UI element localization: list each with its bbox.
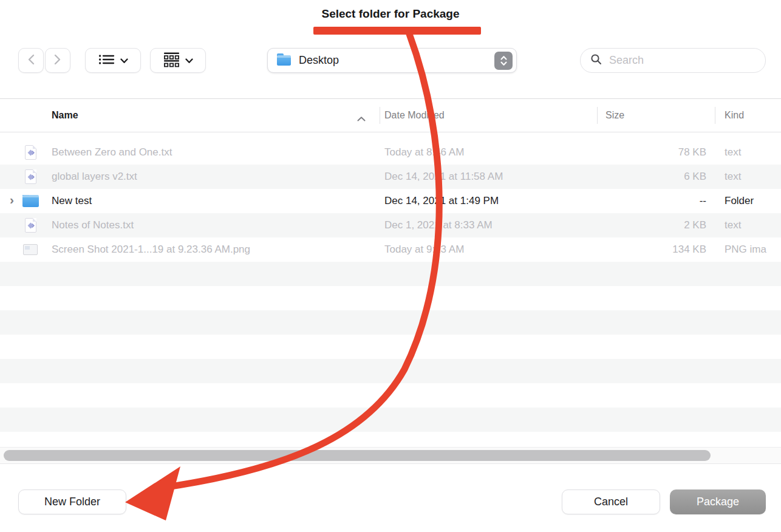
file-size: -- [597, 195, 715, 207]
file-date-modified: Dec 1, 2021 at 8:33 AM [380, 219, 597, 231]
file-size: 134 KB [597, 244, 715, 256]
file-name: Screen Shot 2021-1...19 at 9.23.36 AM.pn… [52, 244, 250, 256]
text-file-icon [19, 218, 41, 233]
file-date-modified: Today at 8:46 AM [380, 146, 597, 159]
file-date-modified: Dec 14, 2021 at 1:49 PM [380, 195, 597, 207]
location-value: Desktop [299, 54, 339, 67]
chevron-right-icon [53, 53, 62, 68]
file-size: 6 KB [597, 171, 715, 183]
column-divider [380, 107, 380, 124]
cancel-label: Cancel [594, 496, 628, 508]
file-list: › Between Zero and One.txt Today at 8:46… [0, 133, 781, 447]
file-kind: text [715, 146, 781, 159]
horizontal-scrollbar-thumb[interactable] [4, 450, 711, 461]
search-icon [590, 53, 602, 68]
empty-row [0, 432, 781, 447]
location-popup[interactable]: Desktop [267, 48, 517, 73]
folder-icon [277, 55, 291, 66]
file-size: 2 KB [597, 219, 715, 231]
chevron-down-icon [185, 55, 193, 66]
new-folder-label: New Folder [44, 496, 100, 508]
empty-row [0, 262, 781, 286]
search-input[interactable] [608, 53, 750, 67]
group-view-icon [163, 52, 180, 70]
file-kind: Folder [715, 195, 781, 207]
file-date-modified: Dec 14, 2021 at 11:58 AM [380, 171, 597, 183]
chevron-left-icon [27, 53, 35, 68]
column-divider [597, 107, 598, 124]
table-row: › global layers v2.txt Dec 14, 2021 at 1… [0, 165, 781, 189]
file-kind: PNG ima [715, 244, 781, 256]
cancel-button[interactable]: Cancel [562, 489, 660, 514]
file-kind: text [715, 219, 781, 231]
chevron-down-icon [120, 55, 128, 66]
sort-ascending-icon [357, 113, 366, 124]
disclosure-chevron-icon[interactable]: › [10, 195, 19, 205]
empty-row [0, 408, 781, 432]
file-name: New test [52, 195, 92, 207]
dialog-title: Select folder for Package [0, 7, 781, 21]
file-name: Between Zero and One.txt [52, 146, 172, 159]
folder-icon [19, 195, 41, 207]
list-view-icon [98, 53, 115, 69]
empty-row [0, 383, 781, 408]
file-size: 78 KB [597, 146, 715, 159]
table-row[interactable]: › New test Dec 14, 2021 at 1:49 PM -- Fo… [0, 189, 781, 213]
column-header-date-modified[interactable]: Date Modified [380, 110, 597, 121]
column-divider [715, 107, 715, 124]
table-row: › Between Zero and One.txt Today at 8:46… [0, 140, 781, 165]
forward-button[interactable] [45, 48, 70, 73]
column-header-kind[interactable]: Kind [715, 110, 781, 121]
empty-row [0, 335, 781, 359]
table-row: › Screen Shot 2021-1...19 at 9.23.36 AM.… [0, 237, 781, 262]
empty-row [0, 310, 781, 335]
text-file-icon [19, 169, 41, 184]
text-file-icon [19, 145, 41, 160]
package-label: Package [697, 496, 739, 508]
package-button[interactable]: Package [670, 489, 766, 514]
popup-stepper-icon[interactable] [494, 52, 513, 70]
table-row: › Notes of Notes.txt Dec 1, 2021 at 8:33… [0, 213, 781, 237]
column-header-size[interactable]: Size [597, 110, 715, 121]
search-field[interactable] [580, 48, 766, 73]
table-header: Name Date Modified Size Kind [0, 98, 781, 132]
file-kind: text [715, 171, 781, 183]
file-name: Notes of Notes.txt [52, 219, 134, 231]
back-button[interactable] [18, 48, 44, 73]
horizontal-scrollbar-track[interactable] [0, 447, 781, 464]
image-file-icon [19, 244, 41, 255]
new-folder-button[interactable]: New Folder [18, 489, 126, 514]
empty-row [0, 359, 781, 383]
file-date-modified: Today at 9:23 AM [380, 244, 597, 256]
list-view-button[interactable] [85, 48, 141, 73]
group-view-button[interactable] [150, 48, 206, 73]
empty-row [0, 286, 781, 310]
column-header-name[interactable]: Name [0, 110, 380, 121]
file-name: global layers v2.txt [52, 171, 137, 183]
